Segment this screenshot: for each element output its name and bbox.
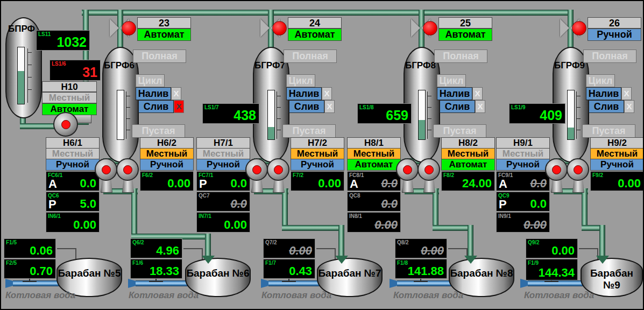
water-label: Котловая вода — [261, 290, 331, 301]
pump-status-light — [123, 165, 132, 174]
display-fc8-1: FC8/1 А 0.0 — [347, 171, 401, 191]
local-mode-button[interactable]: Местный — [196, 148, 250, 159]
gauge-scale — [576, 91, 577, 139]
operate-mode-button[interactable]: Ручной — [140, 159, 194, 171]
local-mode-button[interactable]: Местный — [496, 148, 550, 159]
pipe-arrow — [464, 256, 477, 264]
ls1-8-display: LS1/8 659 — [357, 103, 412, 124]
display-f1-6: F1/6 18.33 — [130, 259, 182, 279]
drum-name: Барабан №6 — [186, 267, 250, 279]
valve-mode-button[interactable]: Ручной — [588, 29, 641, 41]
display-q7-2: Q7/2 0.00 — [263, 238, 315, 258]
valve-number: 26 — [588, 17, 641, 29]
panel-title: Н6/2 — [140, 137, 194, 149]
pump-h9-1-icon[interactable] — [545, 158, 568, 181]
operate-mode-button[interactable]: Ручной — [291, 159, 344, 171]
tank-level-fill — [268, 127, 274, 139]
fill-button[interactable]: Налив — [286, 87, 322, 100]
display-f7-2: F7/2 0.00 — [291, 171, 344, 191]
pump-h7-1-icon[interactable] — [245, 158, 268, 181]
water-label: Котловая вода — [129, 290, 199, 301]
pump-h9-2-icon[interactable] — [567, 158, 589, 181]
valve-status-light — [272, 21, 287, 36]
state-empty-label: Пустая — [282, 124, 336, 138]
pump-h10-icon[interactable] — [53, 112, 78, 137]
tank-level-gauge — [567, 90, 575, 140]
drum-name: Барабан №7 — [318, 267, 381, 279]
operate-mode-button[interactable]: Ручной — [46, 159, 100, 171]
valve-number: 25 — [438, 17, 492, 29]
ls1-9-value: 409 — [540, 109, 562, 122]
drain-pipe — [599, 225, 605, 256]
display-in6-1: IN6/1 0.00 — [46, 212, 100, 232]
tank-name: БГРФ8 — [405, 60, 436, 71]
state-full-label: Полная — [434, 50, 487, 63]
panel-title: Н7/1 — [196, 137, 250, 149]
tank-level-gauge — [117, 90, 124, 140]
valve-mode-button[interactable]: Автомат — [438, 29, 492, 41]
fill-button[interactable]: Налив — [136, 87, 171, 100]
local-mode-button[interactable]: Местный — [441, 148, 495, 159]
state-cycle-label: Цикл — [586, 74, 615, 87]
display-q9-2: Q9/2 0.00 — [526, 238, 578, 258]
drain-button[interactable]: Слив — [589, 100, 624, 113]
valve-status-light — [572, 21, 586, 36]
pump-h8-2-icon[interactable] — [417, 158, 440, 181]
local-mode-button[interactable]: Местный — [590, 148, 644, 159]
operate-mode-button[interactable]: Ручной — [496, 159, 550, 171]
display-value: 4.96 — [156, 245, 179, 257]
drum-name: Барабан №8 — [450, 267, 513, 279]
display-tag: QC8 — [349, 193, 360, 199]
header-pipe — [82, 10, 572, 16]
ls1-9-display: LS1/9 409 — [509, 103, 565, 124]
scada-screen: БПРФ LS11 1032 LS1/6 31 Н10 Местный Авто… — [0, 0, 644, 310]
display-tag: IN7/1 — [199, 213, 211, 219]
display-tag: IN6/1 — [48, 213, 61, 219]
pump-h6-2-icon[interactable] — [116, 158, 139, 181]
local-mode-button[interactable]: Местный — [46, 148, 100, 159]
pump-h8-1-icon[interactable] — [396, 158, 419, 181]
ls1-6-display: LS1/6 31 — [49, 60, 101, 81]
display-value: 0.0 — [381, 198, 398, 210]
local-mode-button[interactable]: Местный — [42, 92, 97, 103]
display-tag: F1/9 — [528, 260, 539, 266]
pump-h7-2-icon[interactable] — [267, 158, 289, 181]
drain-button[interactable]: Слив — [138, 100, 174, 113]
drain-x-indicator: X — [624, 100, 634, 113]
local-mode-button[interactable]: Местный — [347, 148, 401, 159]
local-mode-button[interactable]: Местный — [291, 148, 344, 159]
pump-h6-1-icon[interactable] — [95, 158, 117, 181]
fill-button[interactable]: Налив — [586, 87, 621, 100]
gauge-scale — [126, 91, 126, 139]
valve-mode-button[interactable]: Автомат — [288, 29, 342, 41]
drain-button[interactable]: Слив — [289, 100, 324, 113]
ls11-tag: LS11 — [38, 31, 51, 37]
display-qc7: QC7 0.0 — [196, 192, 250, 212]
gauge-scale — [427, 91, 428, 139]
display-value: 0.0 — [381, 178, 398, 189]
pump-status-light — [102, 165, 111, 174]
display-value: 0.0 — [80, 178, 96, 189]
drain-pipe — [338, 225, 344, 256]
display-value: 0.0 — [530, 178, 547, 189]
display-tag: F1/6 — [132, 260, 143, 266]
display-qc8: QC8 0.0 — [347, 192, 401, 212]
display-value: 0.00 — [374, 219, 398, 231]
display-value: 141.88 — [408, 265, 444, 277]
display-in8-1: IN8/1 0.00 — [347, 212, 401, 232]
operate-mode-button[interactable]: Автомат — [441, 159, 495, 171]
operate-mode-button[interactable]: Автомат — [347, 159, 401, 171]
drain-button[interactable]: Слив — [440, 100, 475, 113]
pump-status-light — [252, 165, 261, 174]
tank-name: БГРФ7 — [254, 60, 285, 71]
fill-button[interactable]: Налив — [437, 87, 472, 100]
display-f1-8: F1/8 141.88 — [395, 259, 447, 279]
operate-mode-button[interactable]: Ручной — [590, 159, 644, 171]
display-value: 0.0 — [530, 198, 547, 210]
display-f1-9: F1/9 144.34 — [526, 259, 578, 280]
valve-number: 24 — [288, 17, 342, 29]
display-in7-1: IN7/1 0.00 — [196, 212, 250, 232]
operate-mode-button[interactable]: Ручной — [196, 159, 250, 171]
local-mode-button[interactable]: Местный — [140, 148, 194, 159]
valve-mode-button[interactable]: Автомат — [137, 29, 191, 41]
